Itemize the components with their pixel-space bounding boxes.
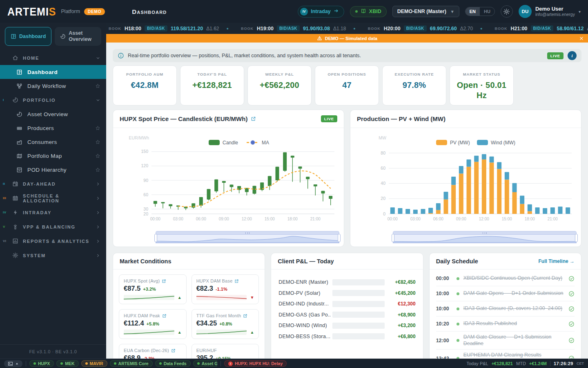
- charts-row: HUPX Spot Price — Candlestick (EUR/MWh) …: [113, 110, 581, 247]
- user-menu[interactable]: DU Demo User info@artemis.energy ▾: [519, 5, 581, 18]
- alert-pill[interactable]: ! HUPX: HUPX HU: Delay: [224, 360, 287, 367]
- status-bar-metrics: Today P&L +€128,821 MTD +€1.24M 17:26:29…: [466, 361, 584, 366]
- xbid-chip[interactable]: XBID: [350, 6, 387, 17]
- arrow-right-icon: [334, 8, 339, 15]
- brush-handle-right[interactable]: [575, 234, 578, 242]
- svg-text:00:00: 00:00: [150, 217, 160, 221]
- kpi-label: PORTFOLIO AUM: [117, 72, 172, 76]
- status-pill-mavir[interactable]: MAVIR: [81, 360, 107, 367]
- check-circle-icon: [568, 337, 575, 343]
- sidebar-section-portfolio[interactable]: I PORTFOLIO: [0, 93, 106, 107]
- kpi-value: Open · 50.01 Hz: [454, 80, 509, 101]
- status-pill-asset-ga[interactable]: Asset Ga: [193, 360, 217, 367]
- intraday-chip[interactable]: IV Intraday: [298, 6, 344, 18]
- svg-text:09:00: 09:00: [219, 217, 229, 221]
- sidebar-item-producers[interactable]: Producers: [0, 121, 106, 135]
- favorite-star-icon[interactable]: [95, 126, 100, 131]
- svg-text:30: 30: [143, 206, 148, 211]
- svg-text:0: 0: [383, 211, 385, 216]
- chart-zoom-brush[interactable]: [156, 231, 339, 243]
- app-header: ARTEMIS Platform DEMO Dashboard IV Intra…: [0, 0, 588, 23]
- sidebar-section-vpp-balancing[interactable]: V VPP & BALANCING: [0, 220, 106, 234]
- settings-gear-icon[interactable]: [501, 5, 513, 18]
- production-chart[interactable]: MW02040608000:0003:0006:0009:0012:0015:0…: [350, 128, 581, 243]
- artemis-logo[interactable]: ARTEMIS: [7, 5, 56, 18]
- sidebar-item-dashboard[interactable]: Dashboard: [0, 65, 106, 79]
- sidebar-item-asset-overview[interactable]: Asset Overview: [0, 107, 106, 121]
- section-label: DAY-AHEAD: [23, 182, 56, 186]
- external-link-icon[interactable]: [243, 314, 247, 318]
- terminal-console-button[interactable]: [4, 360, 22, 367]
- status-pill-artemis-core[interactable]: ARTEMIS Core: [110, 360, 153, 367]
- ticker-delta: Δ1.18: [333, 26, 346, 31]
- sidebar-tab-dashboard[interactable]: Dashboard: [5, 27, 51, 46]
- brush-handle-left[interactable]: [154, 234, 157, 242]
- pie-icon: [60, 34, 66, 39]
- status-pill-mek[interactable]: MEK: [56, 360, 78, 367]
- favorite-star-icon[interactable]: [95, 153, 100, 159]
- sidebar-section-intraday[interactable]: IV INTRADAY: [0, 205, 106, 220]
- external-link-icon[interactable]: [171, 348, 176, 353]
- panel-header: Daily Schedule Full Timeline →: [430, 253, 581, 269]
- chevron-right-icon: [96, 253, 100, 258]
- sidebar-section-system[interactable]: SYSTEM: [0, 248, 106, 263]
- status-pill-data-feeds[interactable]: Data Feeds: [155, 360, 191, 367]
- section-label: HOME: [23, 56, 39, 61]
- lang-hu[interactable]: HU: [480, 7, 494, 16]
- chevron-right-icon: [96, 196, 100, 201]
- external-link-icon[interactable]: [234, 279, 239, 283]
- brush-window[interactable]: [156, 235, 339, 243]
- sidebar-item-portfolio-map[interactable]: Portfolio Map: [0, 149, 106, 163]
- sidebar-item-pod-hierarchy[interactable]: POD Hierarchy: [0, 163, 106, 177]
- bid-ask-chip: BID/ASK: [531, 25, 554, 31]
- external-link-icon[interactable]: [251, 116, 256, 121]
- full-timeline-link[interactable]: Full Timeline →: [539, 258, 575, 264]
- external-link-icon[interactable]: [162, 279, 166, 283]
- pnl-bar-track: [332, 301, 384, 307]
- favorite-star-icon[interactable]: [95, 139, 100, 145]
- sidebar-section-day-ahead[interactable]: II DAY-AHEAD: [0, 177, 106, 191]
- sidebar-section-reports-analytics[interactable]: VI REPORTS & ANALYTICS: [0, 234, 106, 248]
- live-badge: LIVE: [321, 115, 337, 122]
- info-circle-button[interactable]: i: [568, 51, 577, 60]
- ticker-item[interactable]: BOOK H19:00 BID/ASK 91.90/93.08 Δ1.18 ●: [241, 25, 356, 31]
- favorite-star-icon[interactable]: [95, 83, 100, 89]
- sidebar-section-home[interactable]: HOME: [0, 51, 106, 65]
- svg-text:18:00: 18:00: [525, 217, 535, 221]
- sidebar-section-schedule-allocation[interactable]: III SCHEDULE & ALLOCATION: [0, 191, 106, 205]
- pnl-value: +€82,450: [390, 279, 416, 285]
- workflow-icon: [16, 83, 22, 89]
- brush-handle-left[interactable]: [392, 234, 394, 242]
- sidebar-tab-asset-overview[interactable]: Asset Overview: [55, 27, 101, 46]
- brush-drag-bar[interactable]: [156, 231, 339, 235]
- pnl-value: +€45,200: [390, 290, 416, 296]
- lang-en[interactable]: EN: [466, 7, 480, 16]
- external-link-icon[interactable]: [162, 314, 167, 318]
- ticker-item[interactable]: BOOK H20:00 BID/ASK 69.90/72.60 Δ2.70 ●: [368, 25, 483, 31]
- pnl-row-demo-gas-gas-po-: DEMO-GAS (Gas Po... +€8,900: [278, 310, 415, 321]
- client-label: DEMO-WIND (Wind): [278, 323, 331, 328]
- item-label: Dashboard: [27, 69, 58, 75]
- brush-drag-bar[interactable]: [393, 231, 577, 235]
- sidebar-item-daily-workflow[interactable]: Daily Workflow: [0, 79, 106, 93]
- tenant-select[interactable]: DEMO-ENR (Master) ▼: [392, 6, 459, 17]
- close-icon[interactable]: [579, 36, 584, 41]
- pnl-bar-track: [332, 333, 384, 339]
- clock: 17:26:29: [554, 361, 573, 366]
- language-toggle[interactable]: EN HU: [465, 7, 495, 16]
- ticker-item[interactable]: BOOK H21:00 BID/ASK 58.90/61.12 Δ2.22 ●: [495, 25, 588, 31]
- candlestick-chart[interactable]: EUR/MWh2030609012015000:0003:0006:0009:0…: [113, 128, 344, 243]
- schedule-text: XBID/SIDC Continuous Open (Current Day): [463, 275, 564, 282]
- favorite-star-icon[interactable]: [95, 167, 100, 173]
- mtd-label: MTD: [516, 361, 526, 366]
- chart-zoom-brush[interactable]: [393, 231, 577, 243]
- status-dot: [85, 362, 88, 365]
- status-pill-hupx[interactable]: HUPX: [29, 360, 54, 367]
- brush-window[interactable]: [393, 235, 577, 243]
- schedule-text: DAM Gate Closure — D+1 Submission Deadli…: [463, 334, 564, 347]
- brush-handle-right[interactable]: [338, 234, 341, 242]
- kpi-label: WEEKLY P&L: [252, 72, 307, 76]
- ticker-item[interactable]: BOOK H18:00 BID/ASK 119.58/121.20 Δ1.62 …: [109, 25, 229, 31]
- order-book-ticker[interactable]: BOOK H18:00 BID/ASK 119.58/121.20 Δ1.62 …: [106, 23, 588, 34]
- sidebar-item-consumers[interactable]: Consumers: [0, 135, 106, 149]
